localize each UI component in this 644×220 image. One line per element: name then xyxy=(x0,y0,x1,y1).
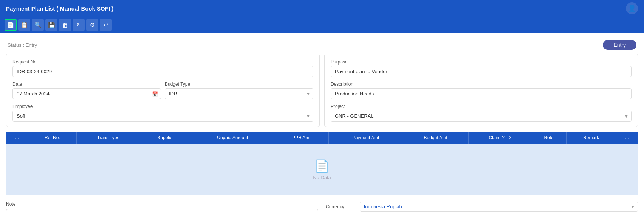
budget-type-select[interactable]: IDR USD EUR xyxy=(165,88,313,99)
no-data-row: 📄 No Data xyxy=(6,144,638,195)
table-header: ... Ref No. Trans Type Supplier Unpaid A… xyxy=(6,132,638,144)
request-no-label: Request No. xyxy=(12,59,313,65)
refresh-button[interactable]: ↻ xyxy=(73,19,85,31)
employee-field: Employee Sofi ▼ xyxy=(12,104,313,122)
date-label: Date xyxy=(12,82,161,87)
form-right-panel: Purpose Description Project GNR - GENERA… xyxy=(324,54,638,127)
purpose-label: Purpose xyxy=(331,59,632,65)
status-bar: Status : Entry Entry xyxy=(6,38,638,54)
table-body: 📄 No Data xyxy=(6,144,638,195)
date-budget-row: Date 📅 Budget Type IDR USD EUR ▼ xyxy=(12,82,313,104)
back-button[interactable]: ↩ xyxy=(100,19,112,31)
date-input[interactable] xyxy=(12,88,161,99)
form-left-panel: Request No. Date 📅 Budget Type IDR xyxy=(6,54,320,127)
no-data-icon: 📄 xyxy=(21,159,623,173)
settings-button[interactable]: ⚙ xyxy=(86,19,98,31)
table-section: ... Ref No. Trans Type Supplier Unpaid A… xyxy=(6,132,638,195)
col-actions: ... xyxy=(6,132,28,144)
currency-colon: : xyxy=(355,204,357,209)
col-remark: Remark xyxy=(567,132,616,144)
col-trans-type: Trans Type xyxy=(76,132,140,144)
request-no-field: Request No. xyxy=(12,59,313,77)
col-budget-amt: Budget Amt xyxy=(402,132,469,144)
purpose-field: Purpose xyxy=(331,59,632,77)
col-supplier: Supplier xyxy=(140,132,191,144)
budget-type-select-wrapper: IDR USD EUR ▼ xyxy=(165,88,313,99)
content-area: Status : Entry Entry Request No. Date 📅 … xyxy=(0,33,644,220)
currency-select-wrapper: Indonesia Rupiah US Dollar Euro ▼ xyxy=(360,202,638,212)
new-doc-button[interactable]: 📄 xyxy=(5,19,17,31)
delete-button[interactable]: 🗑 xyxy=(59,19,71,31)
currency-label: Currency xyxy=(326,204,352,209)
purpose-input[interactable] xyxy=(331,66,632,77)
description-field: Description xyxy=(331,82,632,99)
employee-select-wrapper: Sofi ▼ xyxy=(12,111,313,122)
project-field: Project GNR - GENERAL ▼ xyxy=(331,104,632,122)
date-input-wrapper: 📅 xyxy=(12,88,161,99)
toolbar: 📄 📋 🔍 💾 🗑 ↻ ⚙ ↩ xyxy=(0,17,644,33)
col-ref-no: Ref No. xyxy=(28,132,77,144)
currency-row: Currency : Indonesia Rupiah US Dollar Eu… xyxy=(326,202,638,212)
status-label: Status : Entry xyxy=(8,42,37,48)
status-badge: Entry xyxy=(603,40,636,50)
currency-select[interactable]: Indonesia Rupiah US Dollar Euro xyxy=(360,202,638,212)
project-select-wrapper: GNR - GENERAL ▼ xyxy=(331,111,632,122)
col-pph-amt: PPH Amt xyxy=(274,132,329,144)
col-payment-amt: Payment Amt xyxy=(329,132,402,144)
copy-doc-button[interactable]: 📋 xyxy=(18,19,30,31)
app-header: Payment Plan List ( Manual Book SOFI ) 👤 xyxy=(0,0,644,17)
data-table: ... Ref No. Trans Type Supplier Unpaid A… xyxy=(6,132,638,195)
app-title: Payment Plan List ( Manual Book SOFI ) xyxy=(6,5,113,12)
date-field: Date 📅 xyxy=(12,82,161,99)
note-textarea[interactable] xyxy=(6,209,318,220)
col-claim-ytd: Claim YTD xyxy=(469,132,531,144)
no-data-text: No Data xyxy=(21,175,623,180)
employee-select[interactable]: Sofi xyxy=(12,111,313,122)
search-button[interactable]: 🔍 xyxy=(32,19,44,31)
save-button[interactable]: 💾 xyxy=(45,19,57,31)
avatar[interactable]: 👤 xyxy=(626,2,638,14)
currency-section: Currency : Indonesia Rupiah US Dollar Eu… xyxy=(326,202,638,220)
col-extra: ... xyxy=(616,132,638,144)
project-select[interactable]: GNR - GENERAL xyxy=(331,111,632,122)
project-label: Project xyxy=(331,104,632,109)
employee-label: Employee xyxy=(12,104,313,109)
description-input[interactable] xyxy=(331,88,632,99)
note-section: Note xyxy=(6,202,318,220)
col-note: Note xyxy=(531,132,567,144)
bottom-section: Note Currency : Indonesia Rupiah US Doll… xyxy=(6,202,638,220)
request-no-input[interactable] xyxy=(12,66,313,77)
budget-type-field: Budget Type IDR USD EUR ▼ xyxy=(165,82,313,104)
col-unpaid-amount: Unpaid Amount xyxy=(191,132,274,144)
calendar-icon: 📅 xyxy=(152,91,158,97)
note-label: Note xyxy=(6,202,318,207)
description-label: Description xyxy=(331,82,632,87)
table-header-row: ... Ref No. Trans Type Supplier Unpaid A… xyxy=(6,132,638,144)
budget-type-label: Budget Type xyxy=(165,82,313,87)
no-data-cell: 📄 No Data xyxy=(6,144,638,195)
form-container: Request No. Date 📅 Budget Type IDR xyxy=(6,54,638,127)
